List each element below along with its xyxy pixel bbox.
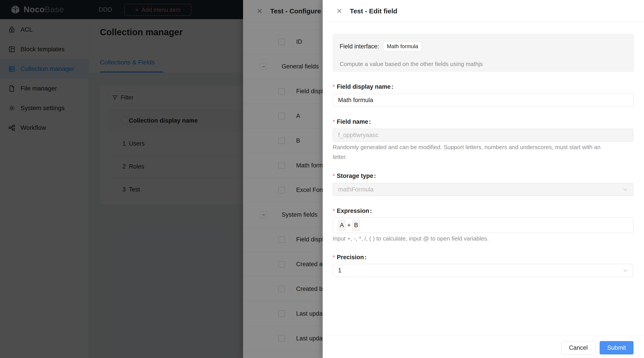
expression-variable-chip: B	[352, 220, 360, 231]
edit-field-drawer: ✕ Test - Edit field Field interface: Mat…	[323, 0, 644, 358]
required-asterisk: *	[333, 172, 335, 180]
expression-variable-chip: A	[338, 220, 346, 231]
field-name-help-text: Randomly generated and can be modified. …	[333, 144, 600, 151]
field-display-name-label: * Field display name:	[333, 83, 393, 90]
required-asterisk: *	[333, 118, 335, 125]
required-asterisk: *	[333, 83, 335, 90]
drawer-title: Test - Edit field	[350, 7, 397, 15]
screen: NocoBase DDD + Add menu item ACL Block t…	[0, 0, 644, 358]
field-interface-description: Compute a value based on the other field…	[340, 61, 483, 68]
chevron-down-icon	[622, 186, 628, 192]
expression-help-text: Input +, -, *, /, ( ) to calculate, inpu…	[333, 235, 488, 242]
cancel-button[interactable]: Cancel	[561, 341, 596, 354]
drawer-header: ✕ Test - Edit field	[323, 0, 644, 22]
drawer-footer: Cancel Submit	[323, 335, 644, 358]
expression-operator: +	[347, 222, 351, 229]
required-asterisk: *	[333, 254, 335, 261]
field-display-name-input[interactable]: Math formula	[333, 94, 633, 107]
field-interface-label: Field interface:	[340, 43, 379, 50]
close-icon[interactable]: ✕	[336, 8, 342, 15]
field-name-help-text: letter.	[333, 154, 347, 160]
field-interface-panel: Field interface: Math formula Compute a …	[333, 34, 634, 72]
chevron-down-icon	[622, 268, 628, 273]
field-interface-tag: Math formula	[383, 42, 422, 51]
required-asterisk: *	[333, 208, 335, 214]
field-name-label: * Field name:	[333, 118, 371, 125]
expression-label: * Expression:	[333, 208, 372, 214]
storage-type-select: mathFormula	[333, 183, 633, 196]
expression-input[interactable]: A + B	[333, 218, 633, 233]
precision-label: * Precision:	[333, 254, 366, 261]
submit-button[interactable]: Submit	[600, 341, 634, 354]
field-name-input: f_opp6wryaasc	[333, 128, 633, 142]
storage-type-label: * Storage type:	[333, 172, 376, 180]
precision-select[interactable]: 1	[333, 264, 633, 277]
